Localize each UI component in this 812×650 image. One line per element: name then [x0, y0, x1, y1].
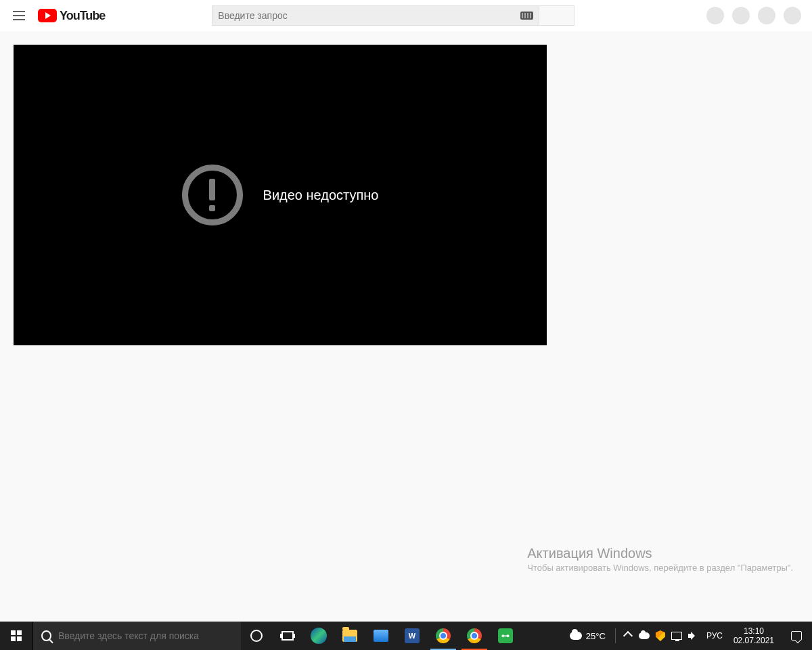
header-skeleton-icon [706, 7, 724, 24]
taskbar-search[interactable] [32, 622, 241, 650]
taskbar-app-vpn[interactable]: ⊶ [490, 622, 521, 650]
taskbar-app-word[interactable]: W [397, 622, 428, 650]
tray-security[interactable] [655, 630, 666, 641]
activation-title: Активация Windows [527, 546, 793, 561]
search-button[interactable] [539, 5, 574, 26]
header-right-placeholders [706, 7, 801, 24]
chrome-icon [467, 628, 482, 643]
tray-display[interactable] [671, 630, 682, 641]
chevron-up-icon [623, 631, 633, 641]
task-view-icon [281, 631, 294, 641]
tray-volume[interactable] [687, 630, 698, 641]
action-center-button[interactable] [781, 622, 812, 650]
video-player[interactable]: Видео недоступно [14, 45, 547, 345]
youtube-logo-text: YouTube [60, 9, 105, 23]
tray-overflow-button[interactable] [623, 630, 633, 641]
weather-temp: 25°C [586, 631, 606, 641]
cloud-icon [639, 632, 650, 639]
task-view-button[interactable] [272, 622, 303, 650]
menu-icon[interactable] [11, 7, 27, 24]
windows-logo-icon [11, 630, 22, 641]
keyboard-icon[interactable] [520, 12, 533, 20]
taskbar-app-chrome-active[interactable] [428, 622, 459, 650]
video-error-box: Видео недоступно [182, 165, 379, 225]
windows-taskbar: W ⊶ 25°C РУС 13:10 02.07.2021 [0, 622, 812, 650]
youtube-play-icon [38, 9, 57, 22]
header-skeleton-icon [732, 7, 750, 24]
speaker-icon [688, 631, 698, 641]
taskbar-search-input[interactable] [58, 630, 233, 641]
search-area [212, 5, 574, 26]
taskbar-app-edge[interactable] [303, 622, 334, 650]
shield-icon [656, 630, 665, 641]
tray-onedrive[interactable] [639, 630, 650, 641]
word-icon: W [405, 628, 420, 643]
file-explorer-icon [342, 630, 357, 642]
search-box[interactable] [212, 5, 539, 26]
windows-activation-watermark: Активация Windows Чтобы активировать Win… [527, 546, 793, 574]
language-indicator[interactable]: РУС [702, 631, 727, 641]
search-input[interactable] [218, 10, 518, 21]
edge-icon [311, 628, 327, 644]
warning-icon [182, 165, 243, 225]
taskbar-clock[interactable]: 13:10 02.07.2021 [727, 626, 781, 646]
system-tray [618, 630, 702, 641]
activation-subtitle: Чтобы активировать Windows, перейдите в … [527, 563, 793, 574]
monitor-icon [671, 632, 682, 640]
search-icon [41, 630, 51, 641]
taskbar-app-generic[interactable] [365, 622, 397, 650]
header-skeleton-avatar [784, 7, 801, 24]
notification-icon [791, 631, 802, 641]
clock-date: 02.07.2021 [734, 636, 774, 645]
vpn-icon: ⊶ [498, 628, 513, 643]
app-icon [374, 630, 388, 642]
weather-cloud-icon [570, 632, 582, 640]
page-content: Видео недоступно Активация Windows Чтобы… [0, 31, 812, 622]
header-skeleton-icon [758, 7, 775, 24]
chrome-icon [436, 628, 451, 643]
youtube-header: YouTube [0, 0, 812, 31]
cortana-icon [250, 630, 263, 642]
start-button[interactable] [0, 622, 32, 650]
video-error-message: Видео недоступно [263, 188, 379, 203]
youtube-logo[interactable]: YouTube [38, 9, 105, 23]
taskbar-app-explorer[interactable] [334, 622, 365, 650]
taskbar-app-chrome-2[interactable] [459, 622, 490, 650]
taskbar-weather[interactable]: 25°C [563, 631, 612, 641]
clock-time: 13:10 [734, 626, 774, 636]
cortana-button[interactable] [241, 622, 272, 650]
